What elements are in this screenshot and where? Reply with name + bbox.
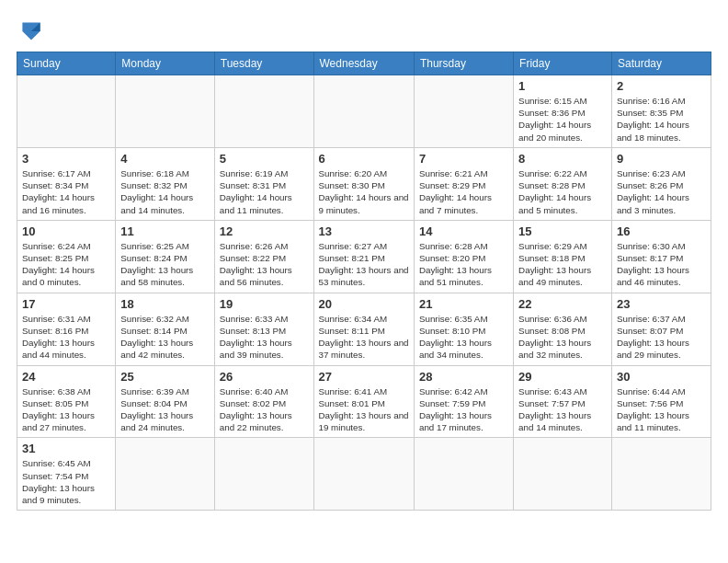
day-number: 26: [220, 370, 309, 384]
day-info: Sunrise: 6:25 AM Sunset: 8:24 PM Dayligh…: [120, 240, 209, 289]
day-number: 19: [220, 297, 309, 311]
day-info: Sunrise: 6:20 AM Sunset: 8:30 PM Dayligh…: [319, 167, 409, 216]
calendar-cell: 3Sunrise: 6:17 AM Sunset: 8:34 PM Daylig…: [17, 147, 116, 220]
day-of-week-header: Sunday: [17, 52, 116, 75]
day-number: 31: [22, 442, 110, 455]
day-info: Sunrise: 6:18 AM Sunset: 8:32 PM Dayligh…: [120, 167, 209, 216]
day-info: Sunrise: 6:42 AM Sunset: 7:59 PM Dayligh…: [419, 385, 508, 434]
day-of-week-header: Friday: [514, 52, 612, 75]
calendar-table: SundayMondayTuesdayWednesdayThursdayFrid…: [17, 52, 711, 511]
day-info: Sunrise: 6:19 AM Sunset: 8:31 PM Dayligh…: [220, 167, 309, 216]
calendar-cell: 27Sunrise: 6:41 AM Sunset: 8:01 PM Dayli…: [313, 365, 414, 438]
day-of-week-header: Wednesday: [313, 52, 414, 75]
day-info: Sunrise: 6:36 AM Sunset: 8:08 PM Dayligh…: [518, 313, 607, 362]
calendar-cell: [611, 438, 711, 511]
calendar-cell: 21Sunrise: 6:35 AM Sunset: 8:10 PM Dayli…: [414, 293, 513, 365]
day-number: 25: [120, 370, 209, 384]
calendar-cell: [17, 75, 116, 148]
calendar-cell: 10Sunrise: 6:24 AM Sunset: 8:25 PM Dayli…: [17, 220, 116, 293]
calendar-header-row: SundayMondayTuesdayWednesdayThursdayFrid…: [17, 52, 711, 75]
day-of-week-header: Monday: [116, 52, 214, 75]
calendar-week-row: 1Sunrise: 6:15 AM Sunset: 8:36 PM Daylig…: [17, 75, 711, 148]
day-number: 6: [319, 152, 409, 166]
calendar-cell: 5Sunrise: 6:19 AM Sunset: 8:31 PM Daylig…: [214, 147, 313, 220]
day-number: 17: [22, 297, 110, 311]
calendar-cell: 29Sunrise: 6:43 AM Sunset: 7:57 PM Dayli…: [514, 365, 612, 438]
day-info: Sunrise: 6:28 AM Sunset: 8:20 PM Dayligh…: [419, 240, 508, 289]
calendar-cell: 24Sunrise: 6:38 AM Sunset: 8:05 PM Dayli…: [17, 365, 116, 438]
day-info: Sunrise: 6:33 AM Sunset: 8:13 PM Dayligh…: [220, 313, 309, 362]
day-number: 14: [419, 224, 508, 238]
calendar-cell: 6Sunrise: 6:20 AM Sunset: 8:30 PM Daylig…: [313, 147, 414, 220]
day-info: Sunrise: 6:30 AM Sunset: 8:17 PM Dayligh…: [617, 240, 706, 289]
day-number: 30: [617, 370, 706, 384]
day-info: Sunrise: 6:24 AM Sunset: 8:25 PM Dayligh…: [22, 240, 110, 289]
calendar-cell: 25Sunrise: 6:39 AM Sunset: 8:04 PM Dayli…: [116, 365, 214, 438]
calendar-cell: [313, 75, 414, 148]
calendar-cell: [214, 75, 313, 148]
calendar-cell: 26Sunrise: 6:40 AM Sunset: 8:02 PM Dayli…: [214, 365, 313, 438]
calendar-cell: 23Sunrise: 6:37 AM Sunset: 8:07 PM Dayli…: [611, 293, 711, 365]
calendar-cell: [414, 75, 513, 148]
day-info: Sunrise: 6:40 AM Sunset: 8:02 PM Dayligh…: [220, 385, 309, 434]
calendar-week-row: 24Sunrise: 6:38 AM Sunset: 8:05 PM Dayli…: [17, 365, 711, 438]
day-number: 9: [617, 152, 706, 166]
calendar-cell: 16Sunrise: 6:30 AM Sunset: 8:17 PM Dayli…: [611, 220, 711, 293]
calendar-cell: 12Sunrise: 6:26 AM Sunset: 8:22 PM Dayli…: [214, 220, 313, 293]
calendar-week-row: 10Sunrise: 6:24 AM Sunset: 8:25 PM Dayli…: [17, 220, 711, 293]
calendar-cell: [313, 438, 414, 511]
calendar-cell: [116, 438, 214, 511]
day-number: 1: [518, 79, 607, 93]
calendar-cell: 14Sunrise: 6:28 AM Sunset: 8:20 PM Dayli…: [414, 220, 513, 293]
calendar-cell: 7Sunrise: 6:21 AM Sunset: 8:29 PM Daylig…: [414, 147, 513, 220]
calendar-cell: 28Sunrise: 6:42 AM Sunset: 7:59 PM Dayli…: [414, 365, 513, 438]
day-info: Sunrise: 6:29 AM Sunset: 8:18 PM Dayligh…: [518, 240, 607, 289]
calendar-cell: 13Sunrise: 6:27 AM Sunset: 8:21 PM Dayli…: [313, 220, 414, 293]
day-info: Sunrise: 6:43 AM Sunset: 7:57 PM Dayligh…: [518, 385, 607, 434]
calendar-header: [17, 17, 711, 46]
day-number: 13: [319, 224, 409, 238]
day-number: 2: [617, 79, 706, 93]
day-number: 8: [518, 152, 607, 166]
calendar-week-row: 31Sunrise: 6:45 AM Sunset: 7:54 PM Dayli…: [17, 438, 711, 511]
day-info: Sunrise: 6:34 AM Sunset: 8:11 PM Dayligh…: [319, 313, 409, 362]
calendar-cell: [414, 438, 513, 511]
day-number: 5: [220, 152, 309, 166]
day-number: 21: [419, 297, 508, 311]
day-number: 20: [319, 297, 409, 311]
calendar-cell: 2Sunrise: 6:16 AM Sunset: 8:35 PM Daylig…: [611, 75, 711, 148]
calendar-cell: 17Sunrise: 6:31 AM Sunset: 8:16 PM Dayli…: [17, 293, 116, 365]
day-number: 28: [419, 370, 508, 384]
day-info: Sunrise: 6:16 AM Sunset: 8:35 PM Dayligh…: [617, 95, 706, 144]
day-info: Sunrise: 6:26 AM Sunset: 8:22 PM Dayligh…: [220, 240, 309, 289]
calendar-cell: 30Sunrise: 6:44 AM Sunset: 7:56 PM Dayli…: [611, 365, 711, 438]
day-of-week-header: Thursday: [414, 52, 513, 75]
day-info: Sunrise: 6:27 AM Sunset: 8:21 PM Dayligh…: [319, 240, 409, 289]
day-number: 15: [518, 224, 607, 238]
day-number: 24: [22, 370, 110, 384]
calendar-page: SundayMondayTuesdayWednesdayThursdayFrid…: [0, 0, 728, 520]
day-info: Sunrise: 6:38 AM Sunset: 8:05 PM Dayligh…: [22, 385, 110, 434]
day-number: 27: [319, 370, 409, 384]
day-info: Sunrise: 6:21 AM Sunset: 8:29 PM Dayligh…: [419, 167, 508, 216]
calendar-cell: 20Sunrise: 6:34 AM Sunset: 8:11 PM Dayli…: [313, 293, 414, 365]
day-number: 10: [22, 224, 110, 238]
day-number: 12: [220, 224, 309, 238]
day-info: Sunrise: 6:45 AM Sunset: 7:54 PM Dayligh…: [22, 457, 110, 506]
day-number: 18: [120, 297, 209, 311]
calendar-cell: 11Sunrise: 6:25 AM Sunset: 8:24 PM Dayli…: [116, 220, 214, 293]
day-number: 16: [617, 224, 706, 238]
day-number: 11: [120, 224, 209, 238]
calendar-cell: [116, 75, 214, 148]
calendar-cell: 9Sunrise: 6:23 AM Sunset: 8:26 PM Daylig…: [611, 147, 711, 220]
day-info: Sunrise: 6:22 AM Sunset: 8:28 PM Dayligh…: [518, 167, 607, 216]
day-number: 3: [22, 152, 110, 166]
calendar-cell: 15Sunrise: 6:29 AM Sunset: 8:18 PM Dayli…: [514, 220, 612, 293]
calendar-cell: [514, 438, 612, 511]
day-info: Sunrise: 6:44 AM Sunset: 7:56 PM Dayligh…: [617, 385, 706, 434]
day-number: 22: [518, 297, 607, 311]
calendar-cell: 4Sunrise: 6:18 AM Sunset: 8:32 PM Daylig…: [116, 147, 214, 220]
calendar-cell: 18Sunrise: 6:32 AM Sunset: 8:14 PM Dayli…: [116, 293, 214, 365]
calendar-cell: 8Sunrise: 6:22 AM Sunset: 8:28 PM Daylig…: [514, 147, 612, 220]
logo: [17, 17, 50, 46]
